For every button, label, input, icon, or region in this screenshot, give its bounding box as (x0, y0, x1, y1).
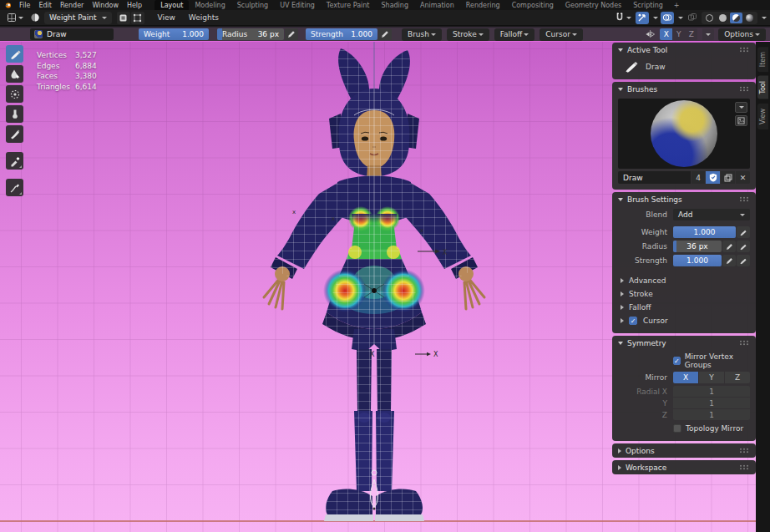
symmetry-z-button[interactable]: Z (725, 372, 750, 383)
workspace-tab-animation[interactable]: Animation (414, 0, 460, 10)
unified-weight-toggle[interactable] (737, 226, 750, 238)
add-workspace-button[interactable]: + (669, 0, 685, 10)
menu-render[interactable]: Render (56, 0, 88, 10)
brush-icon-button[interactable] (735, 115, 747, 126)
radial-x-field[interactable]: 1 (673, 386, 750, 397)
menu-help[interactable]: Help (123, 0, 146, 10)
panel-grip-icon[interactable] (739, 340, 750, 346)
panel-symmetry-header[interactable]: Symmetry (612, 336, 756, 350)
mode-selector[interactable]: Weight Paint (44, 12, 112, 24)
panel-grip-icon[interactable] (739, 196, 750, 202)
workspace-tab-texture-paint[interactable]: Texture Paint (321, 0, 376, 10)
tool-button-draw[interactable] (6, 45, 23, 63)
panel-grip-icon[interactable] (739, 47, 750, 53)
workspace-tab-layout[interactable]: Layout (155, 0, 189, 10)
panel-grip-icon[interactable] (739, 448, 750, 453)
sidebar-tab-tool[interactable]: Tool (757, 76, 768, 99)
subpanel-falloff[interactable]: Falloff (618, 301, 750, 314)
mirror-options-button[interactable] (702, 28, 714, 40)
menu-file[interactable]: File (15, 0, 34, 10)
vertex-mask-toggle[interactable] (131, 12, 144, 24)
tool-button-blur[interactable] (6, 65, 23, 83)
mirror-x-button[interactable]: X (660, 28, 672, 40)
menu-edit[interactable]: Edit (34, 0, 56, 10)
panel-options-header[interactable]: Options (612, 443, 756, 458)
topology-mirror-checkbox[interactable] (673, 424, 681, 433)
tool-button-gradient[interactable] (6, 125, 23, 143)
tool-button-smear[interactable] (6, 105, 23, 123)
workspace-tab-scripting[interactable]: Scripting (627, 0, 669, 10)
panel-brushes-header[interactable]: Brushes (612, 82, 756, 96)
subpanel-cursor[interactable]: ✓ Cursor (618, 314, 750, 327)
panel-workspace-header[interactable]: Workspace (612, 460, 756, 474)
editor-type-button[interactable] (5, 12, 25, 24)
tool-button-average[interactable] (6, 85, 23, 103)
workspace-tab-compositing[interactable]: Compositing (506, 0, 560, 10)
brush-users-count[interactable]: 4 (691, 171, 705, 184)
workspace-tab-sculpting[interactable]: Sculpting (231, 0, 274, 10)
workspace-tab-rendering[interactable]: Rendering (460, 0, 506, 10)
overlays-toggle[interactable] (661, 12, 674, 24)
xray-toggle[interactable] (686, 12, 699, 24)
active-tool-field[interactable]: Draw (30, 28, 114, 40)
strength-pressure-button[interactable] (378, 28, 392, 40)
menu-view[interactable]: View (151, 13, 182, 22)
shading-rendered-button[interactable] (743, 13, 756, 23)
brush-popover[interactable]: Brush (402, 28, 442, 41)
cursor-popover[interactable]: Cursor (540, 28, 583, 41)
viewport-3d[interactable]: x x x X X X (0, 41, 770, 532)
menu-window[interactable]: Window (88, 0, 123, 10)
blend-mode-dropdown[interactable]: Add (673, 209, 750, 220)
panel-grip-icon[interactable] (739, 86, 750, 92)
menu-weights[interactable]: Weights (182, 13, 225, 22)
falloff-popover[interactable]: Falloff (494, 28, 535, 41)
radius-pressure-button[interactable] (285, 28, 298, 40)
mirror-z-button[interactable]: Z (685, 28, 697, 40)
radius-slider-panel[interactable]: 36 px (673, 241, 722, 252)
panel-active-tool-header[interactable]: Active Tool (612, 43, 756, 57)
tool-button-sample-weight[interactable] (6, 152, 23, 170)
symmetry-x-button[interactable]: X (673, 372, 698, 383)
radial-z-field[interactable]: 1 (673, 409, 750, 420)
workspace-tab-modeling[interactable]: Modeling (189, 0, 230, 10)
strength-slider-panel[interactable]: 1.000 (673, 255, 722, 266)
unified-radius-toggle[interactable] (737, 241, 750, 252)
strength-slider[interactable]: Strength 1.000 (306, 28, 377, 40)
cursor-checkbox[interactable]: ✓ (629, 317, 637, 325)
unified-strength-toggle[interactable] (737, 255, 750, 266)
weight-slider[interactable]: Weight 1.000 (139, 28, 209, 40)
radial-y-field[interactable]: 1 (673, 398, 750, 408)
shading-solid-button[interactable] (717, 13, 729, 23)
shading-material-button[interactable] (730, 13, 742, 23)
stroke-popover[interactable]: Stroke (447, 28, 489, 41)
strength-pressure-toggle[interactable] (722, 255, 736, 266)
fake-user-button[interactable] (706, 171, 720, 184)
face-mask-toggle[interactable] (117, 12, 130, 24)
radius-pressure-toggle[interactable] (722, 241, 736, 252)
sidebar-tab-item[interactable]: Item (757, 47, 768, 72)
options-popover[interactable]: Options (718, 28, 766, 41)
workspace-tab-shading[interactable]: Shading (375, 0, 414, 10)
symmetry-y-button[interactable]: Y (699, 372, 724, 383)
panel-brush-settings-header[interactable]: Brush Settings (612, 192, 756, 206)
panel-grip-icon[interactable] (739, 464, 750, 470)
blender-logo-icon[interactable] (0, 0, 15, 10)
workspace-tab-geometry-nodes[interactable]: Geometry Nodes (560, 0, 627, 10)
brush-preview[interactable] (618, 99, 750, 169)
brush-name-field[interactable]: Draw (618, 171, 691, 184)
subpanel-advanced[interactable]: Advanced (618, 274, 750, 287)
snap-button[interactable] (613, 12, 633, 24)
brush-select-dropdown[interactable] (735, 102, 747, 113)
mirror-y-button[interactable]: Y (672, 28, 685, 40)
mirror-vertex-groups-checkbox[interactable]: ✓ (673, 357, 681, 365)
tool-button-annotate[interactable] (6, 179, 23, 196)
unlink-brush-button[interactable]: ✕ (736, 171, 750, 184)
subpanel-stroke[interactable]: Stroke (618, 287, 750, 301)
duplicate-brush-button[interactable] (721, 171, 735, 184)
workspace-tab-uv-editing[interactable]: UV Editing (274, 0, 321, 10)
shading-wireframe-button[interactable] (703, 13, 716, 23)
radius-slider[interactable]: Radius 36 px (217, 28, 284, 40)
sidebar-tab-view[interactable]: View (757, 104, 768, 129)
weight-slider-panel[interactable]: 1.000 (673, 226, 736, 238)
gizmos-toggle[interactable] (636, 12, 649, 24)
